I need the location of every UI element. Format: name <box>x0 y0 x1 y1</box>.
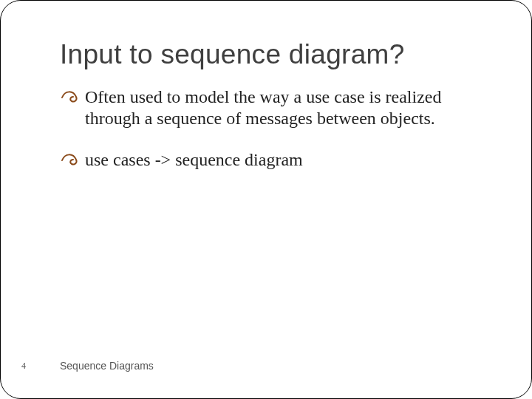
list-item: use cases -> sequence diagram <box>60 149 487 171</box>
curl-bullet-icon <box>60 151 81 167</box>
list-item: Often used to model the way a use case i… <box>60 86 487 130</box>
slide: Input to sequence diagram? Often used to… <box>0 0 532 399</box>
curl-bullet-icon <box>60 88 81 104</box>
footer-text: Sequence Diagrams <box>60 360 154 372</box>
bullet-text: use cases -> sequence diagram <box>85 150 303 169</box>
bullet-list: Often used to model the way a use case i… <box>60 86 487 171</box>
page-number: 4 <box>21 361 26 372</box>
slide-title: Input to sequence diagram? <box>60 39 487 70</box>
bullet-text: Often used to model the way a use case i… <box>85 87 441 128</box>
